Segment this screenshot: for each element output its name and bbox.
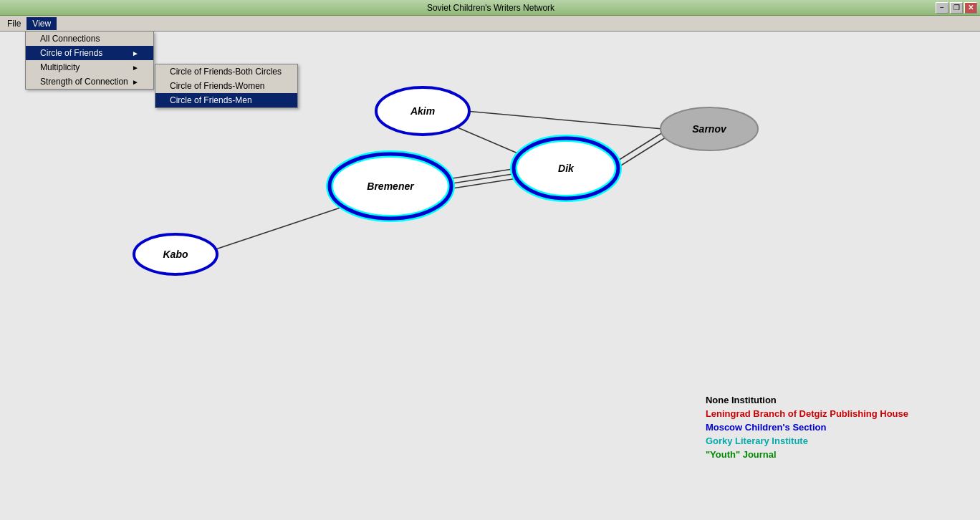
edge-bremener-dik-1 [448, 168, 517, 179]
restore-button[interactable]: ❐ [950, 2, 963, 14]
legend-moscow: Moscow Children's Section [706, 422, 908, 433]
multiplicity-arrow: ► [132, 64, 139, 72]
all-connections-item[interactable]: All Connections [26, 32, 153, 46]
strength-arrow: ► [132, 78, 139, 86]
legend-gorky: Gorky Literary Institute [706, 435, 908, 446]
strength-item[interactable]: Strength of Connection ► [26, 74, 153, 89]
node-dik-label: Dik [558, 163, 575, 174]
node-akim-label: Akim [410, 105, 435, 117]
window-controls: − ❐ ✕ [936, 2, 977, 14]
view-dropdown: All Connections Circle of Friends ► Mult… [25, 32, 154, 90]
edge-bremener-dik-3 [448, 178, 517, 189]
edge-dik-sarnov-1 [615, 133, 663, 163]
submenu-arrow: ► [132, 49, 139, 57]
edge-akim-sarnov [466, 111, 663, 129]
legend: None Institution Leningrad Branch of Det… [706, 395, 908, 463]
node-sarnov-label: Sarnov [692, 123, 727, 135]
legend-leningrad: Leningrad Branch of Detgiz Publishing Ho… [706, 408, 908, 419]
legend-none: None Institution [706, 395, 908, 405]
minimize-button[interactable]: − [936, 2, 948, 14]
legend-youth: "Youth" Journal [706, 449, 908, 460]
menu-bar: File View All Connections Circle of Frie… [0, 16, 980, 32]
women-item[interactable]: Circle of Friends-Women [155, 79, 297, 93]
view-menu[interactable]: View [27, 17, 57, 30]
men-item[interactable]: Circle of Friends-Men [155, 93, 297, 107]
both-circles-item[interactable]: Circle of Friends-Both Circles [155, 64, 297, 79]
node-bremener-label: Bremener [367, 180, 415, 192]
close-button[interactable]: ✕ [964, 2, 977, 14]
window-title: Soviet Children's Writers Network [46, 3, 936, 13]
node-kabo-label: Kabo [163, 249, 188, 260]
circle-of-friends-item[interactable]: Circle of Friends ► [26, 46, 153, 60]
file-menu[interactable]: File [1, 17, 27, 30]
title-bar: Soviet Children's Writers Network − ❐ ✕ [0, 0, 980, 16]
circle-of-friends-submenu: Circle of Friends-Both Circles Circle of… [155, 64, 298, 108]
edge-bremener-kabo [211, 204, 351, 251]
multiplicity-item[interactable]: Multiplicity ► [26, 60, 153, 74]
edge-dik-sarnov-2 [618, 138, 666, 168]
main-content: Akim Sarnov Bremener Dik Kabo None Insti… [0, 32, 980, 520]
edge-bremener-dik-2 [448, 173, 517, 184]
